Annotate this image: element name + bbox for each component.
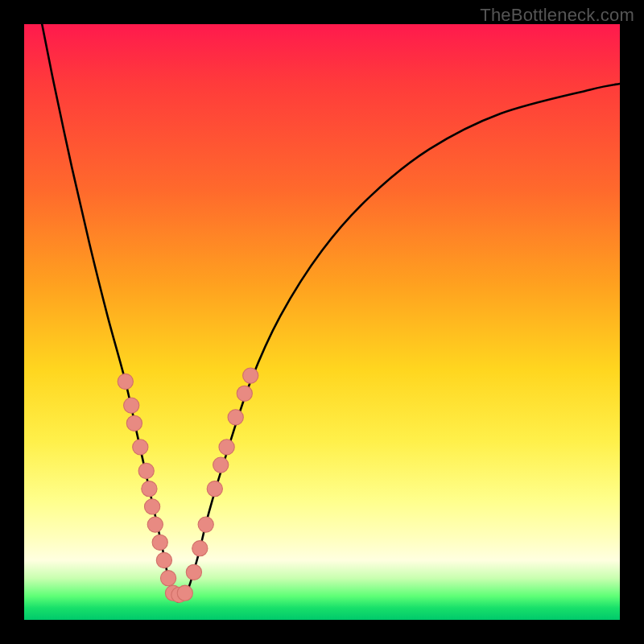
curve-marker	[142, 481, 157, 497]
curve-marker	[237, 386, 252, 401]
curve-marker	[198, 517, 213, 532]
curve-marker	[219, 440, 234, 455]
curve-markers	[118, 368, 258, 603]
curve-marker	[152, 535, 167, 550]
bottleneck-curve	[42, 24, 620, 601]
outer-frame: TheBottleneck.com	[0, 0, 644, 644]
curve-marker	[147, 517, 163, 532]
curve-marker	[207, 481, 222, 497]
chart-plot-area	[24, 24, 620, 620]
curve-marker	[133, 440, 148, 455]
curve-marker	[186, 564, 201, 580]
curve-marker	[118, 374, 133, 389]
curve-marker	[138, 463, 154, 478]
curve-marker	[144, 499, 159, 514]
watermark-text: TheBottleneck.com	[480, 5, 634, 26]
chart-svg	[24, 24, 620, 620]
curve-marker	[228, 410, 243, 425]
curve-marker	[243, 368, 258, 383]
curve-marker	[192, 541, 208, 556]
curve-marker	[126, 415, 142, 431]
curve-marker	[160, 571, 175, 586]
curve-marker	[177, 585, 192, 601]
curve-marker	[213, 457, 229, 473]
curve-marker	[124, 398, 139, 413]
curve-marker	[156, 552, 171, 568]
